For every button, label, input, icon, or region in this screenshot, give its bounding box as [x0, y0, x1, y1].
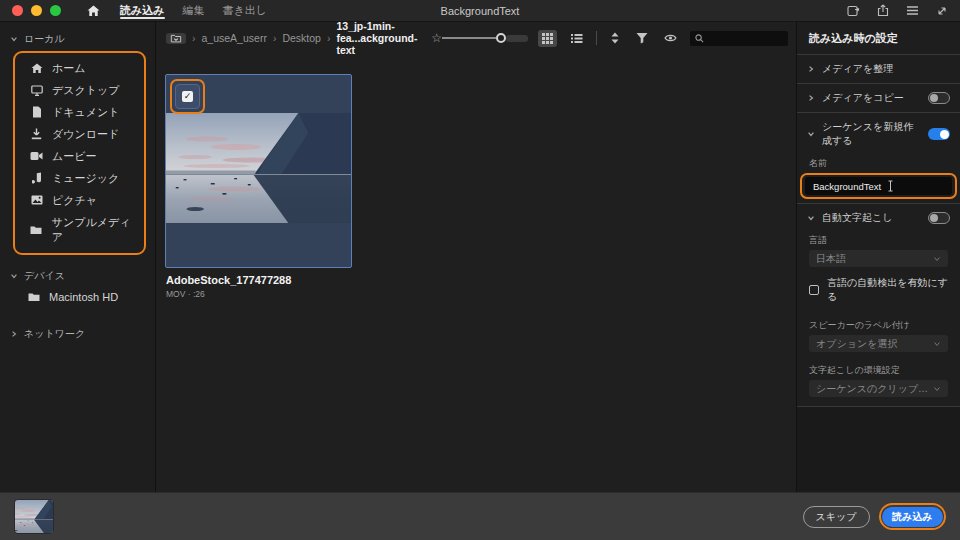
filter-icon[interactable] — [633, 30, 651, 46]
video-thumbnail — [166, 113, 351, 223]
sort-icon[interactable] — [607, 30, 623, 46]
desktop-icon — [30, 85, 43, 96]
fullscreen-icon[interactable] — [936, 5, 948, 17]
thumbnail-size-slider[interactable] — [442, 33, 528, 43]
sidebar-item-label: ムービー — [52, 149, 97, 164]
breadcrumb-desktop[interactable]: Desktop — [282, 32, 321, 44]
panel-title: 読み込み時の設定 — [797, 22, 960, 54]
auto-detect-label: 言語の自動検出を有効にする — [827, 276, 948, 304]
minimize-window-button[interactable] — [31, 5, 42, 16]
chevron-right-icon — [10, 330, 18, 338]
selection-preview-thumbnail — [14, 499, 54, 534]
panel-empty-area — [797, 407, 960, 492]
transcribe-prefs-label: 文字起こしの環境設定 — [797, 352, 960, 380]
sidebar-item-movies[interactable]: ムービー — [15, 145, 144, 167]
sequence-name-input[interactable]: BackgroundText — [805, 177, 952, 195]
search-input[interactable] — [690, 31, 788, 46]
star-icon[interactable]: ☆ — [431, 31, 442, 45]
auto-transcribe-toggle[interactable] — [928, 212, 950, 224]
sidebar-item-desktop[interactable]: デスクトップ — [15, 79, 144, 101]
setting-new-sequence[interactable]: シーケンスを新規作成する — [797, 113, 960, 155]
clip-meta: MOV · :26 — [166, 289, 386, 299]
chevron-down-icon — [933, 340, 941, 348]
setting-auto-transcribe[interactable]: 自動文字起こし — [797, 204, 960, 232]
slider-knob[interactable] — [496, 33, 506, 43]
title-bar-actions — [847, 4, 948, 17]
sidebar-item-music[interactable]: ミュージック — [15, 167, 144, 189]
checkbox-checked-icon: ✓ — [182, 91, 193, 102]
sidebar-section-devices[interactable]: デバイス — [0, 265, 155, 287]
chevron-down-icon — [10, 272, 18, 280]
folder-icon — [28, 292, 40, 302]
checkbox-unchecked-icon[interactable] — [809, 285, 819, 295]
sidebar-item-documents[interactable]: ドキュメント — [15, 101, 144, 123]
breadcrumb-user[interactable]: a_useA_userr — [202, 32, 267, 44]
folder-dropdown-icon[interactable] — [166, 33, 186, 44]
file-browser: › a_useA_userr › Desktop › 13_jp-1min-fe… — [155, 22, 797, 492]
section-label: ネットワーク — [24, 327, 85, 341]
highlight-box-import-button: 読み込み — [879, 503, 946, 530]
chevron-down-icon — [933, 255, 941, 263]
list-view-icon[interactable] — [567, 31, 586, 46]
document-icon — [30, 106, 43, 118]
tab-import[interactable]: 読み込み — [120, 0, 165, 21]
copy-media-toggle[interactable] — [928, 92, 950, 104]
auto-detect-language-row[interactable]: 言語の自動検出を有効にする — [797, 267, 960, 313]
sidebar-section-network[interactable]: ネットワーク — [0, 323, 155, 345]
sidebar-item-pictures[interactable]: ピクチャ — [15, 189, 144, 211]
footer-actions: スキップ 読み込み — [803, 503, 946, 530]
grid-view-icon[interactable] — [538, 30, 557, 47]
share-icon[interactable] — [877, 4, 889, 17]
clip-name: AdobeStock_177477288 — [166, 274, 386, 286]
premiere-import-window: 読み込み 編集 書き出し BackgroundText — [0, 0, 960, 540]
chevron-right-icon — [807, 65, 815, 73]
highlight-box-local-items: ホーム デスクトップ ドキュメント — [13, 51, 146, 255]
language-value: 日本語 — [816, 252, 933, 266]
sidebar-section-local[interactable]: ローカル — [0, 28, 155, 50]
tab-export[interactable]: 書き出し — [223, 0, 268, 21]
highlight-box-checkbox: ✓ — [170, 79, 205, 114]
quick-export-icon[interactable] — [847, 5, 860, 17]
language-label: 言語 — [797, 232, 960, 250]
toolbar-divider — [596, 31, 597, 45]
new-sequence-toggle[interactable] — [928, 128, 950, 140]
view-controls — [442, 30, 788, 47]
language-dropdown[interactable]: 日本語 — [809, 250, 948, 267]
zoom-window-button[interactable] — [50, 5, 61, 16]
breadcrumb-separator: › — [327, 32, 331, 44]
sidebar-item-home[interactable]: ホーム — [15, 57, 144, 79]
chevron-down-icon — [933, 385, 941, 393]
footer-bar: スキップ 読み込み — [0, 492, 960, 540]
sidebar-item-label: ドキュメント — [52, 105, 120, 120]
setting-label: メディアを整理 — [822, 62, 950, 76]
sidebar-item-label: ミュージック — [52, 171, 119, 186]
speaker-label: スピーカーのラベル付け — [797, 313, 960, 335]
media-card[interactable]: ✓ — [165, 74, 352, 268]
sidebar-item-macintosh-hd[interactable]: Macintosh HD — [0, 287, 155, 307]
home-icon[interactable] — [87, 5, 100, 17]
sidebar-item-downloads[interactable]: ダウンロード — [15, 123, 144, 145]
search-icon — [695, 34, 704, 43]
speaker-dropdown[interactable]: オプションを選択 — [809, 335, 948, 352]
setting-copy-media[interactable]: メディアをコピー — [797, 84, 960, 112]
chevron-down-icon — [807, 130, 815, 138]
tab-edit[interactable]: 編集 — [183, 0, 205, 21]
breadcrumb-current-folder[interactable]: 13_jp-1min-fea...ackground-text — [336, 20, 421, 56]
setting-label: 自動文字起こし — [822, 211, 921, 225]
sidebar-item-sample-media[interactable]: サンプルメディア — [15, 211, 144, 248]
breadcrumb-separator: › — [273, 32, 277, 44]
setting-organize-media[interactable]: メディアを整理 — [797, 55, 960, 83]
sidebar-item-label: デスクトップ — [52, 83, 120, 98]
media-select-checkbox[interactable]: ✓ — [175, 84, 200, 109]
skip-button[interactable]: スキップ — [803, 506, 870, 528]
preview-eye-icon[interactable] — [661, 31, 680, 45]
browser-toolbar: › a_useA_userr › Desktop › 13_jp-1min-fe… — [166, 28, 788, 48]
chevron-down-icon — [10, 35, 18, 43]
close-window-button[interactable] — [12, 5, 23, 16]
movie-icon — [30, 151, 43, 161]
locations-sidebar: ローカル ホーム デスクトップ — [0, 22, 155, 492]
transcribe-prefs-dropdown[interactable]: シーケンスのクリップのみを自動… — [809, 380, 948, 397]
import-button[interactable]: 読み込み — [882, 507, 942, 527]
workspaces-icon[interactable] — [906, 5, 919, 16]
section-label: デバイス — [24, 269, 65, 283]
